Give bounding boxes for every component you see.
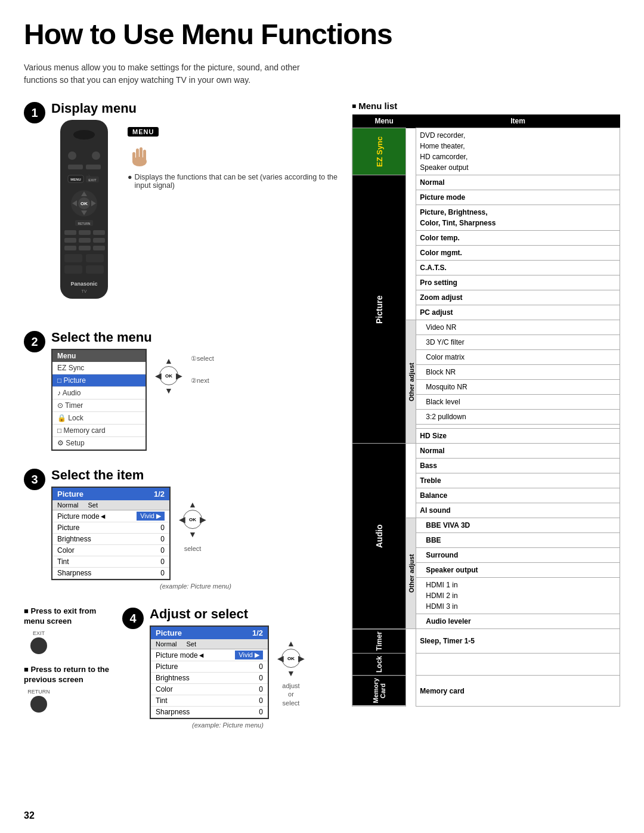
picture-blacklevel-item: Black level [416, 395, 620, 410]
picture-videonr-item: Video NR [416, 320, 620, 335]
example-note-4: (example: Picture menu) [150, 721, 306, 729]
audio-treble-item: Treble [416, 473, 620, 488]
item-col-header: Item [416, 114, 620, 128]
picture-subheader-3: Normal Set [52, 500, 169, 510]
picture-normal-row: Picture Normal [352, 175, 620, 190]
audio-otheradjust-subcat: Other adjust [406, 518, 416, 629]
menu-button-label: MENU [128, 127, 159, 137]
menu-item-timer: ⊙ Timer [52, 400, 145, 412]
picture-header-label-4: Picture [156, 628, 182, 637]
picture-otheradjust-subcat: Other adjust [406, 320, 416, 444]
right-arrow-3: ▶ [200, 515, 206, 524]
normal-label-4: Normal [156, 640, 177, 648]
picture-row-tint-4: Tint 0 [151, 695, 268, 707]
lock-row: Lock [352, 654, 620, 676]
menu-item-memorycard: □ Memory card [52, 425, 145, 437]
exit-button[interactable] [30, 637, 47, 654]
up-arrow-3: ▲ [188, 500, 197, 509]
svg-rect-21 [93, 230, 105, 235]
svg-rect-26 [79, 246, 91, 250]
svg-rect-4 [68, 165, 83, 169]
svg-rect-31 [86, 265, 104, 274]
step-number-2: 2 [24, 331, 45, 352]
down-arrow: ▼ [165, 386, 173, 395]
picture-mosquito-item: Mosquito NR [416, 380, 620, 395]
audio-normal-row: Audio Normal [352, 444, 620, 459]
hand-icon [128, 144, 151, 168]
picture-zoom-item: Zoom adjust [416, 290, 620, 305]
menu-list-table: Menu Item EZ Sync DVD recorder,Home thea… [352, 114, 620, 707]
step-1-instruction: Displays the functions that can be set (… [135, 173, 340, 190]
left-arrow-4: ◀ [277, 654, 284, 663]
svg-rect-19 [64, 230, 76, 235]
svg-rect-40 [132, 152, 135, 162]
svg-point-2 [68, 151, 76, 160]
press-exit-item: ■ Press to exit from menu screen EXIT [24, 606, 116, 654]
picture-mode-item: Picture mode [416, 190, 620, 205]
picture-subheader-4: Normal Set [151, 639, 268, 649]
svg-rect-29 [86, 254, 104, 262]
menu-item-ezsync: EZ Sync [52, 362, 145, 374]
memory-item: Memory card [416, 676, 620, 706]
step-2-title: Select the menu [51, 330, 340, 345]
picture-32pulldown-item: 3:2 pulldown [416, 410, 620, 425]
audio-balance-item: Balance [416, 488, 620, 503]
down-arrow-4: ▼ [287, 668, 295, 678]
return-button[interactable] [30, 696, 47, 713]
picture-row-color-4: Color 0 [151, 684, 268, 695]
intro-text: Various menus allow you to make settings… [24, 61, 334, 86]
step-1: 1 Display menu [24, 101, 340, 313]
select-annotation-2: ②next [191, 377, 214, 385]
picture-menu-box-4: Picture 1/2 Normal Set Picture mode◄ Viv… [150, 625, 269, 719]
picture-brightness-item: Picture, Brightness,Color, Tint, Sharpne… [416, 205, 620, 231]
picture-colormatrix-item: Color matrix [416, 350, 620, 365]
press-exit-title: ■ Press to exit from menu screen [24, 606, 116, 627]
svg-rect-24 [93, 238, 105, 243]
return-label: RETURN [27, 689, 50, 695]
timer-row: Timer Sleep, Timer 1-5 [352, 629, 620, 654]
step-4: 4 Adjust or select Picture 1/2 Normal [122, 606, 306, 729]
svg-rect-22 [64, 238, 76, 243]
picture-mode-label-4: Picture mode◄ [156, 651, 205, 659]
step-3-title: Select the item [51, 467, 340, 483]
picture-row-sharpness-4: Sharpness 0 [151, 707, 268, 718]
ezsync-row: EZ Sync DVD recorder,Home theater,HD cam… [352, 128, 620, 175]
menu-item-lock: 🔒 Lock [52, 412, 145, 425]
picture-3dyc-item: 3D Y/C filter [416, 335, 620, 350]
set-label-4: Set [186, 640, 196, 648]
picture-menu-box-3: Picture 1/2 Normal Set Picture mode◄ Viv… [51, 487, 171, 580]
audio-bass-item: Bass [416, 459, 620, 473]
menu-list-section: Menu list Menu Item EZ Sync DVD re [352, 101, 620, 707]
set-label-3: Set [88, 501, 98, 509]
select-annotation-1: ①select [191, 355, 214, 363]
step-number-3: 3 [24, 469, 45, 490]
remote-control-svg: MENU EXIT OK [51, 120, 117, 311]
svg-rect-28 [64, 254, 82, 262]
lock-cat: Lock [352, 654, 406, 676]
exit-label: EXIT [33, 630, 45, 636]
audio-cat: Audio [352, 444, 406, 629]
picture-row-color-3: Color 0 [52, 545, 169, 556]
right-arrow-4: ▶ [298, 654, 305, 663]
svg-rect-27 [93, 246, 105, 250]
audio-bbe3d-item: BBE VIVA 3D [416, 518, 620, 533]
picture-colortemp-item: Color temp. [416, 231, 620, 246]
picture-row-sharpness-3: Sharpness 0 [52, 568, 169, 579]
timer-item: Sleep, Timer 1-5 [416, 629, 620, 654]
picture-row-picture-3: Picture 0 [52, 522, 169, 534]
menu-select-box: Menu EZ Sync □ Picture ♪ Audio ⊙ Timer 🔒… [51, 349, 147, 451]
left-arrow-3: ◀ [179, 515, 185, 524]
ezsync-cat: EZ Sync [352, 128, 406, 175]
svg-rect-23 [79, 238, 91, 243]
svg-point-1 [73, 130, 95, 140]
picture-cat: Picture [352, 175, 406, 444]
svg-text:RETURN: RETURN [78, 222, 91, 225]
picture-page-label-4: 1/2 [252, 628, 263, 637]
svg-text:Panasonic: Panasonic [70, 281, 97, 287]
picture-row-brightness-4: Brightness 0 [151, 673, 268, 684]
svg-point-3 [92, 151, 100, 160]
audio-normal-item: Normal [416, 444, 620, 459]
picture-prosetting-item: Pro setting [416, 275, 620, 290]
up-arrow-4: ▲ [287, 639, 295, 648]
step-4-title: Adjust or select [150, 606, 306, 622]
